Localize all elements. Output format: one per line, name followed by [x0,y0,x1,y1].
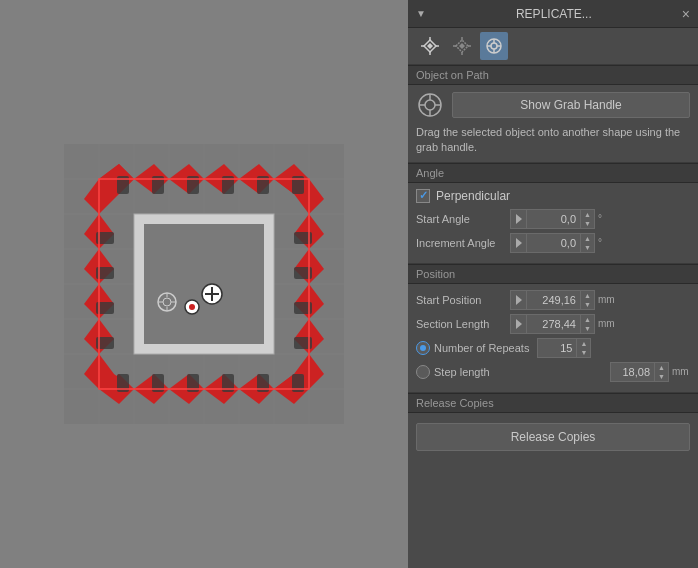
start-angle-down[interactable]: ▼ [581,219,594,228]
start-position-input[interactable] [526,290,581,310]
number-of-repeats-input[interactable] [537,338,577,358]
release-copies-button[interactable]: Release Copies [416,423,690,451]
angle-section: Perpendicular Start Angle ▲ ▼ ° Incremen… [408,183,698,264]
increment-angle-unit: ° [598,237,616,248]
toolbar-button-1[interactable] [416,32,444,60]
replicate-icon-1 [421,37,439,55]
section-length-row: Section Length ▲ ▼ mm [416,314,690,334]
section-length-slider-icon[interactable] [510,314,526,334]
start-angle-spinner: ▲ ▼ [581,209,595,229]
triangle-icon-2 [516,238,522,248]
number-of-repeats-input-wrap: ▲ ▼ [537,338,597,358]
step-length-input[interactable] [610,362,655,382]
start-position-down[interactable]: ▼ [581,300,594,309]
step-length-input-wrap: ▲ ▼ mm [610,362,690,382]
section-length-input-wrap: ▲ ▼ mm [510,314,690,334]
start-position-label: Start Position [416,294,506,306]
step-length-down[interactable]: ▼ [655,372,668,381]
release-section: Release Copies [408,413,698,568]
start-position-unit: mm [598,294,616,305]
toolbar-button-3[interactable] [480,32,508,60]
grab-handle-icon-wrap [416,91,444,119]
perpendicular-label: Perpendicular [436,189,510,203]
number-of-repeats-label: Number of Repeats [434,342,529,354]
panel-titlebar: ▼ REPLICATE... × [408,0,698,28]
canvas-content [64,144,344,424]
step-length-up[interactable]: ▲ [655,363,668,372]
collapse-icon[interactable]: ▼ [416,8,426,19]
increment-angle-input[interactable] [526,233,581,253]
step-length-label: Step length [434,366,490,378]
object-on-path-header: Object on Path [408,65,698,85]
start-angle-unit: ° [598,213,616,224]
increment-angle-spinner: ▲ ▼ [581,233,595,253]
svg-point-66 [189,304,195,310]
triangle-icon-1 [516,214,522,224]
number-of-repeats-down[interactable]: ▼ [577,348,590,357]
angle-section-header: Angle [408,163,698,183]
panel-title: REPLICATE... [516,7,592,21]
svg-point-82 [491,43,497,49]
position-section-header: Position [408,264,698,284]
grab-handle-section: Show Grab Handle Drag the selected objec… [408,85,698,163]
start-angle-up[interactable]: ▲ [581,210,594,219]
section-length-up[interactable]: ▲ [581,315,594,324]
release-copies-header: Release Copies [408,393,698,413]
start-position-spinner: ▲ ▼ [581,290,595,310]
start-angle-row: Start Angle ▲ ▼ ° [416,209,690,229]
increment-angle-up[interactable]: ▲ [581,234,594,243]
start-position-row: Start Position ▲ ▼ mm [416,290,690,310]
start-angle-slider-icon[interactable] [510,209,526,229]
show-grab-handle-button[interactable]: Show Grab Handle [452,92,690,118]
section-length-spinner: ▲ ▼ [581,314,595,334]
step-length-radio[interactable] [416,365,430,379]
design-canvas [64,144,344,424]
increment-angle-down[interactable]: ▼ [581,243,594,252]
number-of-repeats-spinner: ▲ ▼ [577,338,591,358]
panel-toolbar [408,28,698,65]
start-angle-label: Start Angle [416,213,506,225]
replicate-icon-2 [453,37,471,55]
section-length-label: Section Length [416,318,506,330]
perpendicular-checkbox[interactable] [416,189,430,203]
title-area: REPLICATE... [426,7,682,21]
toolbar-button-2[interactable] [448,32,476,60]
position-section: Start Position ▲ ▼ mm Section Length [408,284,698,393]
start-angle-input[interactable] [526,209,581,229]
increment-angle-input-wrap: ▲ ▼ ° [510,233,690,253]
start-position-up[interactable]: ▲ [581,291,594,300]
perpendicular-row: Perpendicular [416,189,690,203]
number-of-repeats-radio[interactable] [416,341,430,355]
svg-point-88 [425,100,435,110]
step-length-unit: mm [672,366,690,377]
start-angle-input-wrap: ▲ ▼ ° [510,209,690,229]
section-length-input[interactable] [526,314,581,334]
triangle-icon-4 [516,319,522,329]
grab-handle-description: Drag the selected object onto another sh… [416,125,690,156]
svg-rect-60 [144,224,264,344]
on-path-icon [485,37,503,55]
increment-angle-row: Increment Angle ▲ ▼ ° [416,233,690,253]
section-length-down[interactable]: ▼ [581,324,594,333]
close-button[interactable]: × [682,7,690,21]
grab-handle-row: Show Grab Handle [416,91,690,119]
step-length-spinner: ▲ ▼ [655,362,669,382]
triangle-icon-3 [516,295,522,305]
start-position-input-wrap: ▲ ▼ mm [510,290,690,310]
increment-angle-slider-icon[interactable] [510,233,526,253]
grab-handle-icon [417,92,443,118]
section-length-unit: mm [598,318,616,329]
number-of-repeats-row: Number of Repeats ▲ ▼ [416,338,690,358]
start-position-slider-icon[interactable] [510,290,526,310]
canvas-area [0,0,408,568]
increment-angle-label: Increment Angle [416,237,506,249]
number-of-repeats-up[interactable]: ▲ [577,339,590,348]
replicate-panel: ▼ REPLICATE... × [408,0,698,568]
step-length-row: Step length ▲ ▼ mm [416,362,690,382]
